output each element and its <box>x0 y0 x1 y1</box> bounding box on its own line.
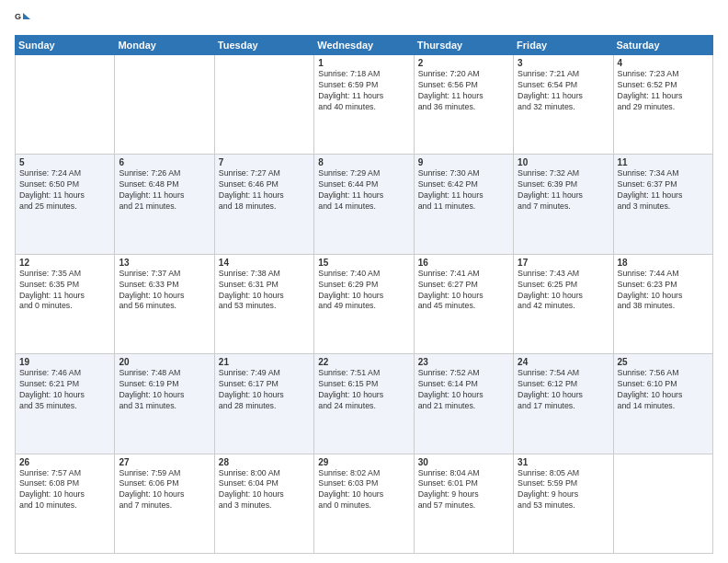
day-info: Sunrise: 7:32 AM Sunset: 6:39 PM Dayligh… <box>518 168 609 213</box>
calendar-day-cell: 10Sunrise: 7:32 AM Sunset: 6:39 PM Dayli… <box>514 155 613 254</box>
day-number: 22 <box>318 357 409 367</box>
calendar-header-thursday: Thursday <box>414 36 513 55</box>
day-number: 31 <box>518 457 609 467</box>
calendar-header-sunday: Sunday <box>16 36 115 55</box>
calendar-week-row: 26Sunrise: 7:57 AM Sunset: 6:08 PM Dayli… <box>16 454 713 553</box>
day-number: 7 <box>219 157 310 167</box>
day-number: 13 <box>119 258 210 268</box>
day-info: Sunrise: 7:54 AM Sunset: 6:12 PM Dayligh… <box>518 368 609 412</box>
day-info: Sunrise: 7:20 AM Sunset: 6:56 PM Dayligh… <box>418 69 509 113</box>
day-info: Sunrise: 7:41 AM Sunset: 6:27 PM Dayligh… <box>418 269 509 313</box>
calendar-day-cell: 2Sunrise: 7:20 AM Sunset: 6:56 PM Daylig… <box>414 55 513 155</box>
calendar-day-cell: 22Sunrise: 7:51 AM Sunset: 6:15 PM Dayli… <box>314 354 414 454</box>
calendar-day-cell: 9Sunrise: 7:30 AM Sunset: 6:42 PM Daylig… <box>414 155 513 254</box>
day-number: 8 <box>318 157 409 167</box>
day-number: 2 <box>418 58 509 68</box>
day-info: Sunrise: 7:38 AM Sunset: 6:31 PM Dayligh… <box>219 269 310 313</box>
calendar-day-cell: 6Sunrise: 7:26 AM Sunset: 6:48 PM Daylig… <box>115 155 214 254</box>
day-number: 30 <box>418 457 509 467</box>
day-number: 5 <box>19 157 110 167</box>
calendar-day-cell: 7Sunrise: 7:27 AM Sunset: 6:46 PM Daylig… <box>214 155 313 254</box>
day-info: Sunrise: 7:48 AM Sunset: 6:19 PM Dayligh… <box>119 368 210 412</box>
day-info: Sunrise: 7:46 AM Sunset: 6:21 PM Dayligh… <box>19 368 110 412</box>
day-number: 4 <box>618 58 709 68</box>
calendar-day-cell: 3Sunrise: 7:21 AM Sunset: 6:54 PM Daylig… <box>514 55 613 155</box>
day-info: Sunrise: 7:30 AM Sunset: 6:42 PM Dayligh… <box>418 168 509 213</box>
day-info: Sunrise: 7:27 AM Sunset: 6:46 PM Dayligh… <box>219 168 310 213</box>
calendar-day-cell <box>115 55 214 155</box>
calendar-day-cell: 20Sunrise: 7:48 AM Sunset: 6:19 PM Dayli… <box>115 354 214 454</box>
day-number: 21 <box>219 357 310 367</box>
calendar-day-cell: 1Sunrise: 7:18 AM Sunset: 6:59 PM Daylig… <box>314 55 414 155</box>
calendar-week-row: 19Sunrise: 7:46 AM Sunset: 6:21 PM Dayli… <box>16 354 713 454</box>
day-info: Sunrise: 8:05 AM Sunset: 5:59 PM Dayligh… <box>518 468 609 512</box>
calendar-day-cell: 11Sunrise: 7:34 AM Sunset: 6:37 PM Dayli… <box>613 155 712 254</box>
calendar-header-friday: Friday <box>514 36 613 55</box>
day-info: Sunrise: 7:23 AM Sunset: 6:52 PM Dayligh… <box>618 69 709 113</box>
calendar-day-cell: 15Sunrise: 7:40 AM Sunset: 6:29 PM Dayli… <box>314 254 414 353</box>
day-number: 25 <box>618 357 709 367</box>
day-number: 12 <box>19 258 110 268</box>
day-info: Sunrise: 8:02 AM Sunset: 6:03 PM Dayligh… <box>318 468 409 512</box>
calendar-day-cell: 30Sunrise: 8:04 AM Sunset: 6:01 PM Dayli… <box>414 454 513 553</box>
day-number: 11 <box>618 157 709 167</box>
day-info: Sunrise: 7:43 AM Sunset: 6:25 PM Dayligh… <box>518 269 609 313</box>
day-number: 29 <box>318 457 409 467</box>
day-info: Sunrise: 7:29 AM Sunset: 6:44 PM Dayligh… <box>318 168 409 213</box>
day-info: Sunrise: 7:57 AM Sunset: 6:08 PM Dayligh… <box>19 468 110 512</box>
day-number: 14 <box>219 258 310 268</box>
calendar-day-cell <box>613 454 712 553</box>
calendar-day-cell <box>16 55 115 155</box>
day-info: Sunrise: 7:24 AM Sunset: 6:50 PM Dayligh… <box>19 168 110 213</box>
calendar-day-cell: 12Sunrise: 7:35 AM Sunset: 6:35 PM Dayli… <box>16 254 115 353</box>
calendar-header-monday: Monday <box>115 36 214 55</box>
calendar-day-cell <box>214 55 313 155</box>
day-info: Sunrise: 8:04 AM Sunset: 6:01 PM Dayligh… <box>418 468 509 512</box>
calendar-day-cell: 19Sunrise: 7:46 AM Sunset: 6:21 PM Dayli… <box>16 354 115 454</box>
day-info: Sunrise: 7:44 AM Sunset: 6:23 PM Dayligh… <box>618 269 709 313</box>
day-number: 23 <box>418 357 509 367</box>
day-number: 15 <box>318 258 409 268</box>
calendar-day-cell: 28Sunrise: 8:00 AM Sunset: 6:04 PM Dayli… <box>214 454 313 553</box>
day-number: 16 <box>418 258 509 268</box>
day-number: 1 <box>318 58 409 68</box>
day-number: 18 <box>618 258 709 268</box>
calendar-day-cell: 17Sunrise: 7:43 AM Sunset: 6:25 PM Dayli… <box>514 254 613 353</box>
day-info: Sunrise: 7:52 AM Sunset: 6:14 PM Dayligh… <box>418 368 509 412</box>
calendar-week-row: 5Sunrise: 7:24 AM Sunset: 6:50 PM Daylig… <box>16 155 713 254</box>
calendar-header-row: SundayMondayTuesdayWednesdayThursdayFrid… <box>16 36 713 55</box>
day-info: Sunrise: 7:35 AM Sunset: 6:35 PM Dayligh… <box>19 269 110 313</box>
logo-icon: G <box>15 11 31 28</box>
calendar-day-cell: 27Sunrise: 7:59 AM Sunset: 6:06 PM Dayli… <box>115 454 214 553</box>
day-number: 9 <box>418 157 509 167</box>
calendar-day-cell: 16Sunrise: 7:41 AM Sunset: 6:27 PM Dayli… <box>414 254 513 353</box>
svg-text:G: G <box>15 12 21 21</box>
calendar-header-tuesday: Tuesday <box>214 36 313 55</box>
day-number: 19 <box>19 357 110 367</box>
day-number: 17 <box>518 258 609 268</box>
calendar-day-cell: 14Sunrise: 7:38 AM Sunset: 6:31 PM Dayli… <box>214 254 313 353</box>
calendar-day-cell: 31Sunrise: 8:05 AM Sunset: 5:59 PM Dayli… <box>514 454 613 553</box>
calendar-day-cell: 25Sunrise: 7:56 AM Sunset: 6:10 PM Dayli… <box>613 354 712 454</box>
calendar-day-cell: 8Sunrise: 7:29 AM Sunset: 6:44 PM Daylig… <box>314 155 414 254</box>
day-info: Sunrise: 7:51 AM Sunset: 6:15 PM Dayligh… <box>318 368 409 412</box>
day-number: 3 <box>518 58 609 68</box>
day-info: Sunrise: 7:21 AM Sunset: 6:54 PM Dayligh… <box>518 69 609 113</box>
calendar-day-cell: 21Sunrise: 7:49 AM Sunset: 6:17 PM Dayli… <box>214 354 313 454</box>
day-number: 28 <box>219 457 310 467</box>
day-info: Sunrise: 7:18 AM Sunset: 6:59 PM Dayligh… <box>318 69 409 113</box>
calendar-day-cell: 23Sunrise: 7:52 AM Sunset: 6:14 PM Dayli… <box>414 354 513 454</box>
day-info: Sunrise: 7:49 AM Sunset: 6:17 PM Dayligh… <box>219 368 310 412</box>
calendar-day-cell: 5Sunrise: 7:24 AM Sunset: 6:50 PM Daylig… <box>16 155 115 254</box>
calendar-day-cell: 29Sunrise: 8:02 AM Sunset: 6:03 PM Dayli… <box>314 454 414 553</box>
day-number: 6 <box>119 157 210 167</box>
logo: G <box>15 11 33 28</box>
calendar-header-saturday: Saturday <box>613 36 712 55</box>
calendar-day-cell: 18Sunrise: 7:44 AM Sunset: 6:23 PM Dayli… <box>613 254 712 353</box>
day-info: Sunrise: 7:56 AM Sunset: 6:10 PM Dayligh… <box>618 368 709 412</box>
calendar-day-cell: 26Sunrise: 7:57 AM Sunset: 6:08 PM Dayli… <box>16 454 115 553</box>
calendar-header-wednesday: Wednesday <box>314 36 414 55</box>
header: G <box>15 11 713 28</box>
day-info: Sunrise: 7:26 AM Sunset: 6:48 PM Dayligh… <box>119 168 210 213</box>
day-info: Sunrise: 8:00 AM Sunset: 6:04 PM Dayligh… <box>219 468 310 512</box>
